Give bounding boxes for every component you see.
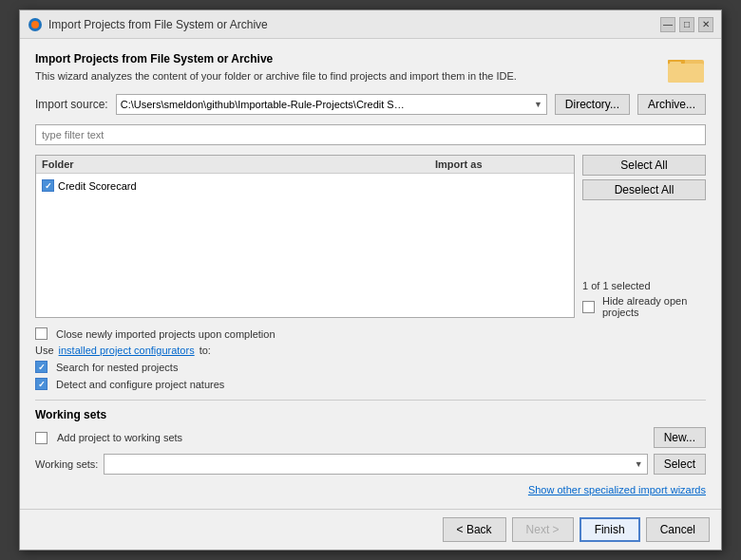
hide-open-row: Hide already open projects — [582, 295, 706, 318]
close-imported-checkbox[interactable] — [35, 327, 48, 340]
import-source-combo[interactable]: C:\Users\smeldon\github\Importable-Rule-… — [116, 94, 547, 115]
new-working-set-button[interactable]: New... — [654, 427, 706, 448]
working-sets-add-row: Add project to working sets New... — [35, 427, 706, 448]
to-text: to: — [200, 345, 211, 356]
directory-button[interactable]: Directory... — [555, 94, 630, 115]
detect-configure-row: Detect and configure project natures — [35, 378, 706, 390]
show-wizards-row: Show other specialized import wizards — [35, 484, 706, 495]
use-configurators-row: Use installed project configurators to: — [35, 345, 706, 356]
title-bar: Import Projects from File System or Arch… — [20, 10, 721, 39]
search-nested-label: Search for nested projects — [56, 362, 178, 373]
finish-button[interactable]: Finish — [580, 517, 640, 542]
dialog-title: Import Projects from File System or Arch… — [35, 52, 658, 65]
svg-rect-4 — [668, 64, 704, 83]
minimize-button[interactable]: — — [660, 17, 675, 32]
select-all-button[interactable]: Select All — [582, 155, 706, 176]
table-row: Credit Scorecard — [42, 177, 568, 194]
col-import: Import as — [435, 159, 568, 170]
dialog-window: Import Projects from File System or Arch… — [19, 9, 722, 551]
title-bar-left: Import Projects from File System or Arch… — [28, 17, 268, 32]
back-button[interactable]: < Back — [443, 517, 506, 542]
next-button[interactable]: Next > — [512, 517, 574, 542]
working-sets-label: Working sets: — [35, 458, 98, 470]
right-panel-buttons: Select All Deselect All — [582, 155, 706, 200]
hide-open-checkbox[interactable] — [582, 301, 595, 313]
svg-point-1 — [31, 21, 39, 28]
add-working-set-label: Add project to working sets — [57, 432, 182, 443]
col-folder: Folder — [42, 159, 435, 170]
search-nested-checkbox[interactable] — [35, 361, 48, 373]
import-source-row: Import source: C:\Users\smeldon\github\I… — [35, 94, 706, 115]
import-source-label: Import source: — [35, 98, 108, 111]
detect-configure-checkbox[interactable] — [35, 378, 48, 390]
dialog-content: Import Projects from File System or Arch… — [20, 39, 721, 509]
dialog-footer: < Back Next > Finish Cancel — [20, 509, 721, 550]
dialog-description: This wizard analyzes the content of your… — [35, 69, 658, 84]
maximize-button[interactable]: □ — [679, 17, 694, 32]
use-text: Use — [35, 345, 54, 356]
filter-input[interactable] — [35, 124, 706, 145]
working-sets-section: Working sets Add project to working sets… — [35, 400, 706, 475]
add-working-set-checkbox[interactable] — [35, 432, 48, 444]
installed-configurators-link[interactable]: installed project configurators — [59, 345, 195, 356]
svg-rect-5 — [670, 62, 681, 65]
detect-configure-label: Detect and configure project natures — [56, 379, 224, 390]
options-section: Close newly imported projects upon compl… — [35, 327, 706, 390]
hide-open-label: Hide already open projects — [602, 295, 706, 318]
window-controls: — □ ✕ — [660, 17, 713, 32]
close-imported-label: Close newly imported projects upon compl… — [56, 328, 276, 340]
working-sets-title: Working sets — [35, 408, 706, 421]
row-checkbox[interactable] — [42, 179, 54, 192]
selected-count: 1 of 1 selected — [582, 280, 706, 291]
working-sets-arrow-icon: ▼ — [635, 459, 643, 469]
table-body: Credit Scorecard — [36, 174, 574, 317]
window-title: Import Projects from File System or Arch… — [48, 18, 268, 31]
folder-icon-large — [668, 52, 706, 84]
cancel-button[interactable]: Cancel — [646, 517, 710, 542]
working-sets-bottom: Working sets: ▼ Select — [35, 454, 706, 475]
table-header: Folder Import as — [36, 156, 574, 174]
header-section: Import Projects from File System or Arch… — [35, 52, 706, 84]
combo-arrow-icon: ▼ — [534, 100, 542, 109]
deselect-all-button[interactable]: Deselect All — [582, 179, 706, 200]
working-sets-combo[interactable]: ▼ — [104, 454, 647, 475]
show-wizards-link[interactable]: Show other specialized import wizards — [528, 484, 706, 495]
close-button[interactable]: ✕ — [698, 17, 713, 32]
eclipse-icon — [28, 17, 43, 32]
close-imported-row: Close newly imported projects upon compl… — [35, 327, 706, 340]
row-folder-text: Credit Scorecard — [58, 180, 137, 192]
archive-button[interactable]: Archive... — [637, 94, 706, 115]
right-panel: Select All Deselect All 1 of 1 selected … — [582, 155, 706, 318]
projects-table: Folder Import as Credit Scorecard — [35, 155, 575, 318]
header-text: Import Projects from File System or Arch… — [35, 52, 658, 84]
main-area: Folder Import as Credit Scorecard Select… — [35, 155, 706, 318]
search-nested-row: Search for nested projects — [35, 361, 706, 373]
select-working-set-button[interactable]: Select — [654, 454, 706, 475]
import-source-value: C:\Users\smeldon\github\Importable-Rule-… — [121, 99, 406, 110]
